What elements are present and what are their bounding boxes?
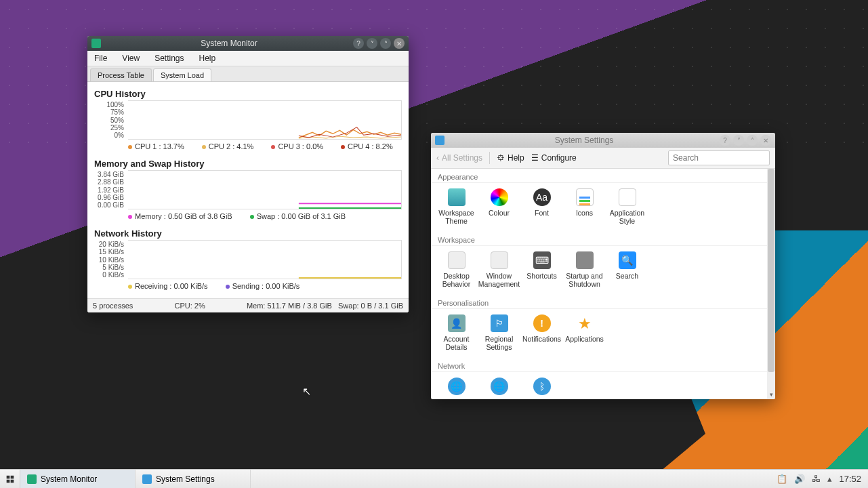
scrollbar-thumb[interactable]: [768, 169, 774, 372]
item-window-management[interactable]: Window Management: [478, 249, 520, 291]
start-button[interactable]: [0, 470, 20, 488]
item-network-settings[interactable]: 🌐Settings: [435, 375, 478, 399]
window-title: System Settings: [449, 136, 720, 145]
cpu-history-section: CPU History 100% 75% 50% 25% 0% CPU 1 : …: [94, 89, 402, 156]
back-button: ‹All Settings: [436, 153, 482, 163]
window-minimize-button[interactable]: ˅: [733, 135, 744, 146]
window-maximize-button[interactable]: ˄: [380, 38, 391, 49]
tab-system-load[interactable]: System Load: [153, 68, 211, 81]
item-connectivity[interactable]: 🌐Connectivity: [478, 375, 520, 399]
legend-cpu3: CPU 3 : 0.0%: [278, 142, 323, 150]
colour-icon: [491, 188, 508, 206]
window-maximize-button[interactable]: ˄: [747, 135, 758, 146]
system-settings-app-icon: [435, 136, 445, 145]
legend-cpu1: CPU 1 : 13.7%: [135, 142, 184, 150]
ytick: 10 KiB/s: [94, 256, 124, 264]
item-application-style[interactable]: Application Style: [606, 186, 648, 228]
category-network-title: Network: [431, 358, 767, 372]
notifications-icon: !: [533, 314, 551, 332]
icons-icon: [576, 188, 594, 206]
ytick: 0.96 GiB: [94, 194, 124, 201]
help-icon: ⯐: [497, 153, 505, 163]
ytick: 1.92 GiB: [94, 186, 124, 194]
system-monitor-titlebar[interactable]: System Monitor ? ˅ ˄ ✕: [87, 36, 409, 51]
ytick: 0.00 GiB: [94, 201, 124, 209]
category-workspace-title: Workspace: [431, 232, 767, 246]
status-mem: Mem: 511.7 MiB / 3.8 GiB: [247, 302, 332, 310]
item-notifications[interactable]: !Notifications: [520, 312, 563, 354]
legend-sending: Sending : 0.00 KiB/s: [232, 282, 300, 290]
shortcuts-icon: ⌨: [533, 251, 551, 269]
system-settings-titlebar[interactable]: System Settings ? ˅ ˄ ✕: [431, 133, 775, 148]
memory-history-section: Memory and Swap History 3.84 GiB 2.88 Gi…: [94, 159, 402, 226]
scroll-down-icon[interactable]: ▾: [767, 391, 775, 399]
ytick: 3.84 GiB: [94, 171, 124, 178]
ytick: 15 KiB/s: [94, 248, 124, 256]
desktop-behavior-icon: [448, 251, 466, 269]
item-workspace-theme[interactable]: Workspace Theme: [435, 186, 478, 228]
item-shortcuts[interactable]: ⌨Shortcuts: [520, 249, 563, 291]
applications-icon: ★: [576, 314, 594, 332]
settings-scrollbar[interactable]: ▾: [767, 169, 775, 399]
menu-file[interactable]: File: [91, 52, 110, 64]
bluetooth-icon: ᛒ: [533, 378, 551, 395]
network-settings-icon: 🌐: [448, 378, 466, 395]
window-help-button[interactable]: ?: [720, 135, 730, 146]
tray-expand-icon[interactable]: ▴: [827, 474, 832, 484]
volume-tray-icon[interactable]: 🔊: [794, 474, 805, 484]
system-monitor-task-icon: [27, 474, 37, 484]
menu-settings[interactable]: Settings: [152, 52, 186, 64]
status-swap: Swap: 0 B / 3.1 GiB: [338, 302, 403, 310]
legend-cpu2: CPU 2 : 4.1%: [209, 142, 254, 150]
menubar: File View Settings Help: [87, 51, 409, 66]
network-history-title: Network History: [94, 228, 402, 239]
category-appearance-title: Appearance: [431, 169, 767, 183]
category-personalisation-title: Personalisation: [431, 295, 767, 309]
ytick: 0 KiB/s: [94, 271, 124, 279]
workspace-theme-icon: [448, 188, 466, 206]
search-input[interactable]: [668, 150, 770, 165]
item-bluetooth[interactable]: ᛒBluetooth: [520, 375, 563, 399]
task-system-monitor[interactable]: System Monitor: [20, 470, 136, 488]
status-cpu: CPU: 2%: [174, 302, 205, 310]
configure-button[interactable]: ☰Configure: [531, 153, 577, 163]
window-close-button[interactable]: ✕: [394, 38, 405, 49]
window-title: System Monitor: [105, 39, 353, 48]
item-applications[interactable]: ★Applications: [563, 312, 606, 354]
legend-memory: Memory : 0.50 GiB of 3.8 GiB: [135, 212, 232, 220]
menu-help[interactable]: Help: [197, 52, 219, 64]
ytick: 25%: [94, 124, 124, 131]
cpu-history-title: CPU History: [94, 89, 402, 99]
system-settings-window: System Settings ? ˅ ˄ ✕ ‹All Settings ⯐H…: [431, 133, 775, 399]
help-button[interactable]: ⯐Help: [497, 153, 524, 163]
item-regional-settings[interactable]: 🏳Regional Settings: [478, 312, 520, 354]
tab-process-table[interactable]: Process Table: [90, 68, 152, 81]
menu-view[interactable]: View: [119, 52, 142, 64]
window-minimize-button[interactable]: ˅: [367, 38, 377, 49]
window-management-icon: [491, 251, 508, 269]
ytick: 20 KiB/s: [94, 241, 124, 248]
window-close-button[interactable]: ✕: [760, 135, 771, 146]
legend-receiving: Receiving : 0.00 KiB/s: [135, 282, 208, 290]
window-help-button[interactable]: ?: [353, 38, 364, 49]
item-icons[interactable]: Icons: [563, 186, 606, 228]
item-search[interactable]: 🔍Search: [606, 249, 648, 291]
kde-logo-icon: [5, 474, 16, 485]
ytick: 50%: [94, 117, 124, 124]
clipboard-tray-icon[interactable]: 📋: [777, 474, 787, 484]
item-startup-shutdown[interactable]: Startup and Shutdown: [563, 249, 606, 291]
status-bar: 5 processes CPU: 2% Mem: 511.7 MiB / 3.8…: [87, 298, 409, 312]
ytick: 2.88 GiB: [94, 178, 124, 186]
account-icon: 👤: [448, 314, 466, 332]
network-tray-icon[interactable]: 🖧: [812, 474, 821, 484]
network-history-chart: 20 KiB/s 15 KiB/s 10 KiB/s 5 KiB/s 0 KiB…: [128, 240, 402, 279]
item-desktop-behavior[interactable]: Desktop Behavior: [435, 249, 478, 291]
item-colour[interactable]: Colour: [478, 186, 520, 228]
item-account-details[interactable]: 👤Account Details: [435, 312, 478, 354]
memory-history-chart: 3.84 GiB 2.88 GiB 1.92 GiB 0.96 GiB 0.00…: [128, 170, 402, 209]
item-font[interactable]: AaFont: [520, 186, 563, 228]
regional-icon: 🏳: [491, 314, 508, 332]
task-label: System Monitor: [41, 474, 97, 484]
task-system-settings[interactable]: System Settings: [136, 470, 251, 488]
clock[interactable]: 17:52: [839, 474, 861, 484]
